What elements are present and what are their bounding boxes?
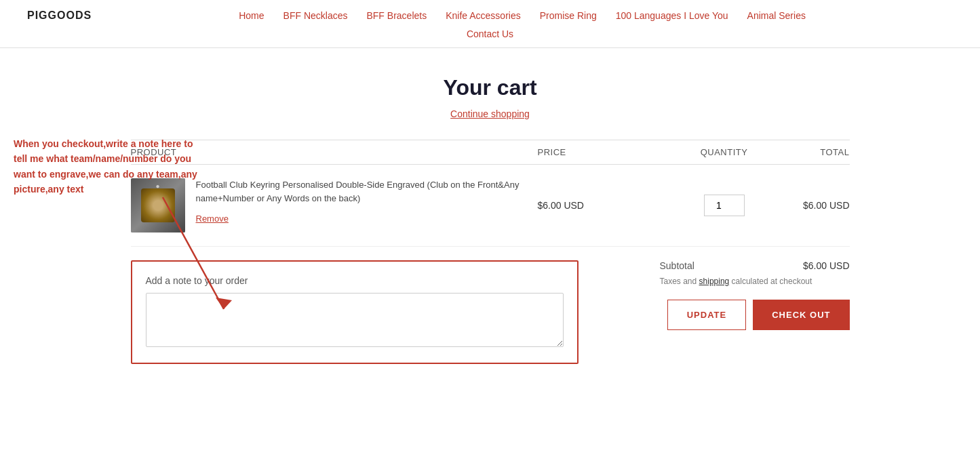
update-button[interactable]: UPDATE — [667, 300, 746, 330]
svg-marker-1 — [216, 298, 232, 309]
tax-note-text: Taxes and — [660, 277, 699, 286]
cart-title: Your cart — [131, 75, 850, 100]
nav-home[interactable]: Home — [239, 10, 264, 21]
svg-line-0 — [163, 197, 224, 309]
product-info: Football Club Keyring Personalised Doubl… — [196, 178, 538, 224]
quantity-col — [673, 195, 775, 216]
table-row: Football Club Keyring Personalised Doubl… — [131, 165, 850, 247]
tax-note: Taxes and shipping calculated at checkou… — [660, 277, 850, 286]
buttons-row: UPDATE CHECK OUT — [667, 300, 850, 330]
secondary-nav: Contact Us — [27, 22, 953, 47]
cart-table-header: PRODUCT PRICE QUANTITY TOTAL — [131, 140, 850, 165]
product-price: $6.00 USD — [538, 200, 673, 211]
col-price-header: PRICE — [538, 147, 673, 157]
product-name: Football Club Keyring Personalised Doubl… — [196, 178, 538, 205]
col-total-header: TOTAL — [775, 147, 850, 157]
nav-bff-bracelets[interactable]: BFF Bracelets — [366, 10, 427, 21]
checkout-button[interactable]: CHECK OUT — [753, 300, 849, 330]
nav-contact-us[interactable]: Contact Us — [467, 28, 513, 39]
nav-promise-ring[interactable]: Promise Ring — [540, 10, 597, 21]
annotation-block: When you checkout,write a note here to t… — [7, 136, 210, 197]
nav-bff-necklaces[interactable]: BFF Necklaces — [283, 10, 348, 21]
nav-animal-series[interactable]: Animal Series — [747, 10, 806, 21]
main-nav: Home BFF Necklaces BFF Bracelets Knife A… — [92, 10, 953, 21]
col-quantity-header: QUANTITY — [673, 147, 775, 157]
product-total: $6.00 USD — [775, 200, 850, 211]
nav-100-languages[interactable]: 100 Languages I Love You — [616, 10, 728, 21]
subtotal-row: Subtotal $6.00 USD — [660, 260, 850, 271]
subtotal-value: $6.00 USD — [803, 260, 849, 271]
shipping-link[interactable]: shipping — [699, 277, 730, 286]
annotation-arrow — [156, 190, 237, 326]
nav-knife-accessories[interactable]: Knife Accessories — [446, 10, 521, 21]
site-header: PIGGOODS Home BFF Necklaces BFF Bracelet… — [0, 0, 980, 48]
site-logo: PIGGOODS — [27, 9, 92, 22]
tax-note-text2: calculated at checkout — [729, 277, 812, 286]
continue-shopping-link[interactable]: Continue shopping — [131, 108, 850, 119]
quantity-input[interactable] — [704, 195, 745, 216]
summary-section: Subtotal $6.00 USD Taxes and shipping ca… — [579, 260, 850, 364]
annotation-text: When you checkout,write a note here to t… — [7, 136, 210, 197]
bottom-section: Add a note to your order Subtotal $6.00 … — [131, 260, 850, 364]
subtotal-label: Subtotal — [660, 260, 694, 271]
